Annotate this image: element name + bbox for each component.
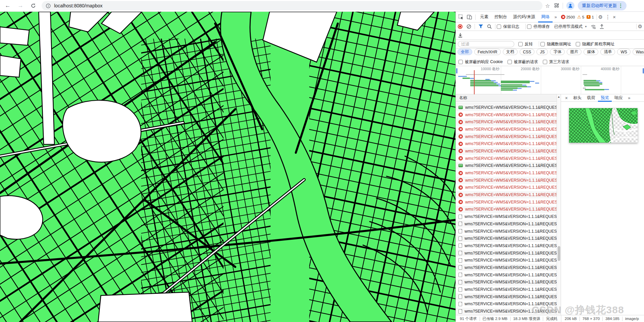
overview-drag-handle[interactable] [456,68,457,74]
request-row[interactable]: wms?SERVICE=WMS&VERSION=1.1.1&REQUEST... [456,301,557,308]
reload-icon[interactable] [28,1,38,11]
devtools-tab[interactable]: 控制台 [491,12,510,22]
download-har-icon[interactable] [456,32,464,39]
request-row[interactable]: wms?SERVICE=WMS&VERSION=1.1.1&REQUEST... [456,184,557,191]
request-row[interactable]: wms?SERVICE=WMS&VERSION=1.1.1&REQUEST... [456,133,557,140]
request-row[interactable]: wms?SERVICE=WMS&VERSION=1.1.1&REQUEST... [456,198,557,206]
request-row[interactable]: wms?SERVICE=WMS&VERSION=1.1.1&REQUEST... [456,118,557,126]
status-summary-item: 18.3 MB 项资源 [513,316,540,321]
back-icon[interactable]: ← [3,1,13,11]
import-har-icon[interactable] [598,23,606,30]
filter-funnel-icon[interactable] [477,23,485,30]
request-row[interactable]: wms?SERVICE=WMS&VERSION=1.1.1&REQUEST... [456,206,557,213]
request-row[interactable]: wms?SERVICE=WMS&VERSION=1.1.1&REQUEST... [456,104,557,111]
devtools-tab[interactable]: 源代码/来源 [510,12,538,22]
hide-extension-urls-checkbox[interactable]: 隐藏扩展程序网址 [576,41,614,47]
devtools-close-icon[interactable]: × [613,14,616,20]
request-row[interactable]: wms?SERVICE=WMS&VERSION=1.1.1&REQUEST... [456,242,557,249]
request-row[interactable]: wms?SERVICE=WMS&VERSION=1.1.1&REQUEST... [456,271,557,279]
disable-cache-checkbox[interactable]: 停用缓存 [527,24,550,30]
request-row[interactable]: wms?SERVICE=WMS&VERSION=1.1.1&REQUEST... [456,308,557,315]
request-row[interactable]: wms?SERVICE=WMS&VERSION=1.1.1&REQUEST... [456,162,557,170]
more-detail-tabs-icon[interactable]: » [626,95,632,100]
request-row[interactable]: wms?SERVICE=WMS&VERSION=1.1.1&REQUEST... [456,169,557,177]
type-filter-chip[interactable]: CSS [520,49,535,55]
devtools-settings-gear-icon[interactable]: ⚙ [598,14,603,20]
filter-input[interactable] [458,41,514,47]
blocked-response-cookies-checkbox[interactable]: 被屏蔽的响应 Cookie [458,59,503,65]
request-row[interactable]: wms?SERVICE=WMS&VERSION=1.1.1&REQUEST... [456,191,557,198]
type-filter-chip[interactable]: JS [536,49,548,55]
type-filter-chip[interactable]: 图片 [567,49,581,55]
network-overview-timeline[interactable]: 10000 毫秒20000 毫秒30000 毫秒40000 毫秒 [456,66,644,94]
third-party-requests-checkbox[interactable]: 第三方请求 [543,59,569,65]
type-filter-chip[interactable]: 媒体 [583,49,598,55]
type-filter-chip[interactable]: Fetch/XHR [474,49,501,55]
bookmark-star-icon[interactable]: ☆ [545,3,550,9]
devtools-tab[interactable]: 元素 [477,12,491,22]
clear-network-log-icon[interactable] [465,23,473,30]
request-row[interactable]: wms?SERVICE=WMS&VERSION=1.1.1&REQUEST... [456,177,557,184]
type-filter-chip[interactable]: 字体 [550,49,565,55]
request-row[interactable]: wms?SERVICE=WMS&VERSION=1.1.1&REQUEST... [456,213,557,220]
request-url: wms?SERVICE=WMS&VERSION=1.1.1&REQUEST... [465,287,557,292]
record-network-log-icon[interactable] [456,23,464,30]
devtools-kebab-icon[interactable]: ⋮ [603,14,613,20]
search-icon[interactable] [485,23,493,30]
map-canvas[interactable] [0,12,455,322]
browser-menu-kebab-icon[interactable]: ⋮ [617,3,625,9]
warning-icon: ⚠ [577,14,581,19]
request-row[interactable]: wms?SERVICE=WMS&VERSION=1.1.1&REQUEST... [456,235,557,242]
scroll-up-icon[interactable]: ▲ [557,95,561,98]
scrollbar-thumb[interactable] [558,246,560,261]
response-preview-image[interactable] [569,108,638,143]
detail-tab[interactable]: 预览 [598,94,612,102]
console-warnings-badge[interactable]: ⚠ 5 [577,14,584,19]
type-filter-chip[interactable]: Wasm [633,49,644,55]
request-row[interactable]: wms?SERVICE=WMS&VERSION=1.1.1&REQUEST... [456,293,557,301]
issues-badge[interactable]: 1 [587,15,594,19]
console-errors-badge[interactable]: 2500 [561,15,575,19]
detail-tab[interactable]: 标头 [570,94,584,102]
request-row[interactable]: wms?SERVICE=WMS&VERSION=1.1.1&REQUEST... [456,279,557,286]
request-row[interactable]: wms?SERVICE=WMS&VERSION=1.1.1&REQUEST... [456,220,557,228]
blocked-requests-checkbox[interactable]: 被屏蔽的请求 [508,59,538,65]
name-column-header[interactable]: 名称 [456,94,557,102]
request-row[interactable]: wms?SERVICE=WMS&VERSION=1.1.1&REQUEST... [456,155,557,162]
request-row[interactable]: wms?SERVICE=WMS&VERSION=1.1.1&REQUEST... [456,111,557,119]
type-filter-chip[interactable]: 清单 [600,49,615,55]
throttling-select[interactable]: 已停用节流模式 ▼ [554,24,587,30]
inspect-element-icon[interactable] [457,13,465,21]
request-row[interactable]: wms?SERVICE=WMS&VERSION=1.1.1&REQUEST... [456,264,557,271]
request-row[interactable]: wms?SERVICE=WMS&VERSION=1.1.1&REQUEST... [456,257,557,264]
detail-tab[interactable]: 响应 [612,94,626,102]
network-settings-gear-icon[interactable]: ⚙ [638,24,642,30]
close-detail-icon[interactable]: × [563,95,570,101]
network-conditions-icon[interactable] [589,23,597,30]
profile-avatar[interactable] [566,2,574,10]
request-list-scrollbar[interactable]: ▲ ▼ [557,94,561,315]
type-filter-chip[interactable]: 全部 [457,49,472,55]
device-toolbar-icon[interactable] [466,13,474,21]
request-row[interactable]: wms?SERVICE=WMS&VERSION=1.1.1&REQUEST... [456,228,557,235]
forward-icon[interactable]: → [15,1,26,11]
request-row[interactable]: wms?SERVICE=WMS&VERSION=1.1.1&REQUEST... [456,147,557,155]
type-filter-chip[interactable]: 文档 [503,49,518,55]
detail-tab[interactable]: 载荷 [584,94,598,102]
request-row[interactable]: wms?SERVICE=WMS&VERSION=1.1.1&REQUEST... [456,286,557,293]
site-info-icon[interactable] [46,3,51,8]
extensions-puzzle-icon[interactable] [553,3,559,9]
invert-filter-checkbox[interactable]: 反转 [518,41,533,47]
more-tabs-icon[interactable]: » [553,14,558,19]
address-bar[interactable]: localhost:8080/mapbox [42,1,542,10]
scroll-down-icon[interactable]: ▼ [557,311,561,314]
chrome-update-button[interactable]: 重新启动即可更新 ⋮ [578,1,627,10]
devtools-tab[interactable]: 网络 [538,12,553,22]
request-row[interactable]: wms?SERVICE=WMS&VERSION=1.1.1&REQUEST... [456,126,557,133]
request-row[interactable]: wms?SERVICE=WMS&VERSION=1.1.1&REQUEST... [456,140,557,147]
type-filter-chip[interactable]: WS [617,49,630,55]
preserve-log-checkbox[interactable]: 保留日志 [497,24,519,30]
overview-drag-handle[interactable] [643,68,644,74]
hide-data-urls-checkbox[interactable]: 隐藏数据网址 [540,41,571,47]
request-row[interactable]: wms?SERVICE=WMS&VERSION=1.1.1&REQUEST... [456,249,557,257]
